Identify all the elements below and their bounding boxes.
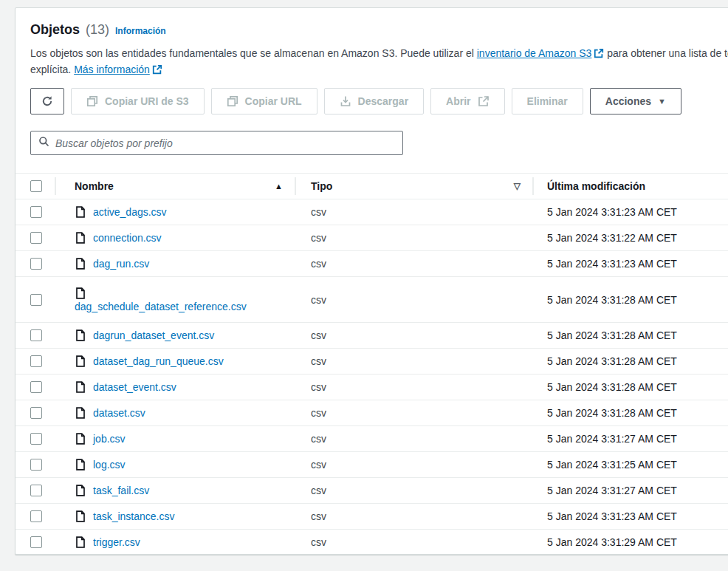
row-checkbox-cell [16,433,55,445]
delete-button[interactable]: Eliminar [512,88,583,114]
row-checkbox[interactable] [30,407,42,419]
table-row: log.csv csv 5 Jan 2024 3:31:25 AM CET [16,452,728,478]
object-last-modified: 5 Jan 2024 3:31:28 AM CET [547,407,677,419]
row-checkbox[interactable] [30,459,42,471]
info-link[interactable]: Información [115,26,166,36]
table-row: connection.csv csv 5 Jan 2024 3:31:22 AM… [16,225,728,251]
row-checkbox[interactable] [30,381,42,393]
search-input[interactable] [55,137,395,149]
table-row: dagrun_dataset_event.csv csv 5 Jan 2024 … [16,323,728,349]
type-cell: csv [295,232,532,244]
row-checkbox[interactable] [30,206,42,218]
more-info-link[interactable]: Más información [74,64,150,75]
last-modified-cell: 5 Jan 2024 3:31:27 AM CET [532,433,728,445]
row-checkbox[interactable] [30,510,42,522]
description-line-2: explícita. Más información [30,61,728,78]
table-row: dataset_event.csv csv 5 Jan 2024 3:31:28… [16,375,728,400]
object-link[interactable]: dataset_event.csv [93,381,176,393]
actions-button[interactable]: Acciones ▼ [590,88,681,114]
button-label: Copiar URI de S3 [105,95,189,107]
row-checkbox[interactable] [30,232,42,244]
file-icon [75,510,86,522]
table-row: dataset.csv csv 5 Jan 2024 3:31:28 AM CE… [16,400,728,426]
table-row: task_instance.csv csv 5 Jan 2024 3:31:23… [16,504,728,530]
name-cell: task_fail.csv [55,485,295,496]
panel-header: Objetos (13) Información [30,22,728,38]
object-link[interactable]: job.csv [93,433,126,445]
name-cell: dag_schedule_dataset_reference.csv [55,287,295,312]
column-header-type[interactable]: Tipo ▽ [295,174,532,199]
name-cell: task_instance.csv [55,510,295,522]
object-type: csv [311,381,326,393]
object-last-modified: 5 Jan 2024 3:31:28 AM CET [547,329,677,341]
sort-ascending-icon[interactable]: ▲ [275,182,283,191]
search-icon [38,136,49,150]
sort-descending-icon[interactable]: ▽ [514,181,521,191]
inventory-link[interactable]: inventario de Amazon S3 [477,47,592,59]
row-checkbox[interactable] [30,294,42,306]
copy-url-button[interactable]: Copiar URL [211,88,317,114]
object-link[interactable]: trigger.csv [93,536,140,548]
object-link[interactable]: dataset.csv [93,407,145,419]
object-link[interactable]: log.csv [93,459,126,471]
row-checkbox-cell [16,206,55,218]
object-type: csv [311,510,326,522]
object-link[interactable]: task_fail.csv [93,485,149,496]
object-link[interactable]: dag_schedule_dataset_reference.csv [75,301,295,312]
name-cell: trigger.csv [55,536,295,548]
row-checkbox[interactable] [30,536,42,548]
file-icon [75,355,86,367]
name-cell: dataset_dag_run_queue.csv [55,355,295,367]
name-cell: job.csv [55,433,295,445]
table-row: trigger.csv csv 5 Jan 2024 3:31:29 AM CE… [16,530,728,555]
row-checkbox[interactable] [30,329,42,341]
last-modified-cell: 5 Jan 2024 3:31:28 AM CET [532,381,728,393]
description-line-1: Los objetos son las entidades fundamenta… [30,45,728,61]
type-cell: csv [295,355,532,367]
last-modified-cell: 5 Jan 2024 3:31:28 AM CET [532,329,728,341]
button-label: Eliminar [527,95,568,107]
object-type: csv [311,407,326,419]
type-cell: csv [295,407,532,419]
object-link[interactable]: dagrun_dataset_event.csv [93,329,214,341]
table-header-row: Nombre ▲ Tipo ▽ Última modificación [16,173,728,199]
description-text: Los objetos son las entidades fundamenta… [30,47,477,59]
refresh-icon [41,95,53,107]
page-title: Objetos [30,22,80,38]
row-checkbox[interactable] [30,355,42,367]
refresh-button[interactable] [30,88,64,114]
description-text: explícita. [30,64,74,75]
file-icon [75,433,86,445]
name-cell: log.csv [55,459,295,471]
object-link[interactable]: dag_run.csv [93,258,149,270]
column-header-last-modified[interactable]: Última modificación [532,174,728,199]
object-type: csv [311,329,326,341]
object-count: (13) [86,22,109,38]
row-checkbox[interactable] [30,433,42,445]
object-type: csv [311,459,326,471]
open-button[interactable]: Abrir [430,88,504,114]
last-modified-cell: 5 Jan 2024 3:31:25 AM CET [532,459,728,471]
object-last-modified: 5 Jan 2024 3:31:23 AM CET [547,510,677,522]
object-type: csv [311,485,326,496]
object-link[interactable]: task_instance.csv [93,510,175,522]
object-link[interactable]: active_dags.csv [93,206,167,218]
copy-s3-uri-button[interactable]: Copiar URI de S3 [71,88,205,114]
object-link[interactable]: dataset_dag_run_queue.csv [93,355,224,367]
object-last-modified: 5 Jan 2024 3:31:28 AM CET [547,355,677,367]
row-checkbox-cell [16,329,55,341]
object-link[interactable]: connection.csv [93,232,162,244]
object-type: csv [311,294,326,306]
column-header-name[interactable]: Nombre ▲ [55,174,295,199]
select-all-checkbox[interactable] [30,180,42,192]
row-checkbox[interactable] [30,485,42,496]
file-icon [75,206,86,218]
button-label: Descargar [358,95,409,107]
row-checkbox[interactable] [30,258,42,270]
table-row: dataset_dag_run_queue.csv csv 5 Jan 2024… [16,349,728,375]
name-cell: active_dags.csv [55,206,295,218]
last-modified-cell: 5 Jan 2024 3:31:29 AM CET [532,536,728,548]
download-button[interactable]: Descargar [324,88,425,114]
column-label: Última modificación [547,180,645,192]
file-icon [75,381,86,393]
